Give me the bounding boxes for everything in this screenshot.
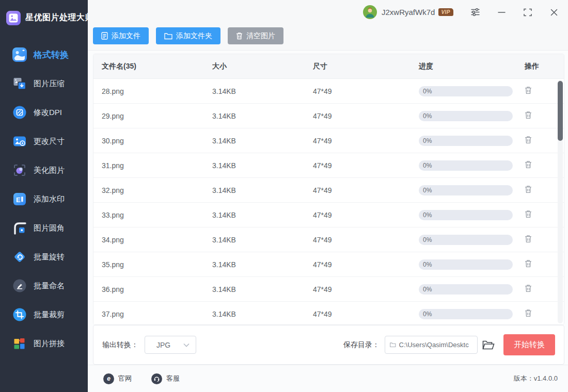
delete-row-icon[interactable] [525, 136, 532, 144]
customer-support-link[interactable]: 客服 [151, 373, 180, 384]
col-header-progress: 进度 [419, 62, 525, 71]
cell-filename: 35.png [93, 260, 212, 269]
sidebar-item-label: 图片圆角 [34, 223, 65, 233]
cell-dimensions: 47*49 [313, 285, 419, 293]
sidebar-item-rounded-corner[interactable]: 图片圆角 [0, 214, 88, 242]
vertical-scrollbar[interactable] [558, 80, 563, 323]
sidebar-nav: 格式转换 图片压缩 修改DPI 更改尺寸 美化图片 [0, 40, 88, 358]
watermark-icon: E [12, 192, 27, 206]
add-file-button[interactable]: 添加文件 [93, 27, 149, 44]
cell-progress: 0% [419, 259, 525, 270]
sidebar-item-beautify[interactable]: 美化图片 [0, 156, 88, 185]
sidebar-item-label: 美化图片 [34, 166, 65, 175]
cell-progress: 0% [419, 309, 525, 319]
sidebar-item-batch-crop[interactable]: 批量裁剪 [0, 300, 88, 329]
output-format-value: JPG [156, 341, 170, 349]
file-table-panel: 文件名(35) 大小 尺寸 进度 操作 28.png 3.14KB 47*49 … [93, 54, 564, 325]
official-website-link[interactable]: e 官网 [103, 373, 132, 384]
cell-filename: 32.png [93, 186, 212, 194]
clear-images-button[interactable]: 清空图片 [228, 27, 283, 44]
website-icon: e [103, 373, 114, 384]
maximize-button[interactable] [523, 8, 532, 17]
cell-progress: 0% [419, 136, 525, 146]
image-compress-icon [12, 76, 27, 91]
col-header-size: 大小 [212, 62, 313, 71]
format-convert-icon [12, 47, 27, 62]
sidebar-item-batch-rotate[interactable]: 批量旋转 [0, 242, 88, 271]
sidebar-item-watermark[interactable]: E 添加水印 [0, 185, 88, 214]
avatar[interactable] [363, 5, 377, 19]
sidebar-item-format-convert[interactable]: 格式转换 [0, 40, 88, 69]
add-folder-button[interactable]: 添加文件夹 [156, 27, 220, 44]
cell-size: 3.14KB [212, 211, 313, 219]
sidebar-item-label: 格式转换 [34, 49, 69, 61]
delete-row-icon[interactable] [525, 309, 532, 317]
sidebar-item-resize[interactable]: 更改尺寸 [0, 127, 88, 156]
save-dir-group: 保存目录： 开始转换 [343, 334, 555, 355]
close-button[interactable] [549, 8, 559, 17]
vip-badge: VIP [438, 8, 453, 16]
scrollbar-thumb[interactable] [558, 81, 563, 141]
cell-size: 3.14KB [212, 186, 313, 194]
toolbar: 添加文件 添加文件夹 清空图片 [93, 27, 283, 44]
sidebar-item-modify-dpi[interactable]: 修改DPI [0, 98, 88, 127]
delete-row-icon[interactable] [525, 210, 532, 218]
save-dir-inputbox [385, 336, 478, 354]
table-row: 30.png 3.14KB 47*49 0% [93, 128, 564, 153]
output-format-select[interactable]: JPG [145, 336, 196, 354]
batch-rename-icon [12, 279, 27, 293]
start-convert-button[interactable]: 开始转换 [503, 334, 555, 355]
cell-size: 3.14KB [212, 137, 313, 145]
cell-dimensions: 47*49 [313, 137, 419, 145]
progress-bar: 0% [419, 185, 513, 195]
minimize-button[interactable] [497, 8, 506, 17]
cell-filename: 34.png [93, 236, 212, 244]
delete-row-icon[interactable] [525, 160, 532, 169]
table-row: 33.png 3.14KB 47*49 0% [93, 203, 564, 227]
image-stitch-icon [12, 336, 27, 351]
sidebar: 星优图片处理大师 格式转换 图片压缩 修改DPI 更改尺寸 [0, 0, 88, 392]
username[interactable]: J2xwRyafWk7d [382, 8, 435, 17]
batch-rotate-icon [12, 250, 27, 264]
add-folder-label: 添加文件夹 [176, 31, 212, 41]
resize-icon [12, 134, 27, 149]
sidebar-item-batch-rename[interactable]: 批量命名 [0, 271, 88, 300]
table-row: 31.png 3.14KB 47*49 0% [93, 153, 564, 178]
cell-dimensions: 47*49 [313, 161, 419, 170]
top-header: J2xwRyafWk7d VIP 添加文件 添加文件夹 [88, 0, 568, 51]
delete-row-icon[interactable] [525, 111, 532, 119]
cell-size: 3.14KB [212, 310, 313, 318]
settings-icon[interactable] [470, 8, 480, 17]
delete-row-icon[interactable] [525, 284, 532, 292]
delete-row-icon[interactable] [525, 259, 532, 268]
progress-bar: 0% [419, 86, 513, 96]
progress-bar: 0% [419, 284, 513, 295]
sidebar-item-image-compress[interactable]: 图片压缩 [0, 69, 88, 98]
browse-folder-icon[interactable] [482, 339, 496, 351]
cell-dimensions: 47*49 [313, 87, 419, 95]
clear-images-label: 清空图片 [246, 31, 275, 41]
col-header-filename: 文件名(35) [93, 62, 212, 71]
table-body: 28.png 3.14KB 47*49 0% 29.png 3.14KB 47*… [93, 79, 564, 325]
rounded-corner-icon [12, 221, 27, 235]
save-dir-input[interactable] [399, 341, 474, 349]
cell-size: 3.14KB [212, 285, 313, 293]
table-row: 34.png 3.14KB 47*49 0% [93, 227, 564, 252]
cell-progress: 0% [419, 185, 525, 195]
col-header-actions: 操作 [525, 62, 564, 71]
batch-crop-icon [12, 307, 27, 322]
sidebar-item-label: 修改DPI [34, 108, 62, 118]
sidebar-item-label: 批量旋转 [34, 252, 65, 262]
cell-dimensions: 47*49 [313, 260, 419, 269]
delete-row-icon[interactable] [525, 185, 532, 193]
progress-bar: 0% [419, 309, 513, 319]
app-title: 星优图片处理大师 [25, 12, 93, 23]
conversion-controls: 输出转换： JPG 保存目录： 开始转换 [93, 325, 564, 365]
delete-row-icon[interactable] [525, 235, 532, 243]
delete-row-icon[interactable] [525, 86, 532, 94]
cell-filename: 29.png [93, 112, 212, 120]
sidebar-item-image-stitch[interactable]: 图片拼接 [0, 329, 88, 358]
svg-text:E: E [16, 196, 21, 204]
add-file-label: 添加文件 [112, 31, 140, 41]
cell-progress: 0% [419, 111, 525, 121]
